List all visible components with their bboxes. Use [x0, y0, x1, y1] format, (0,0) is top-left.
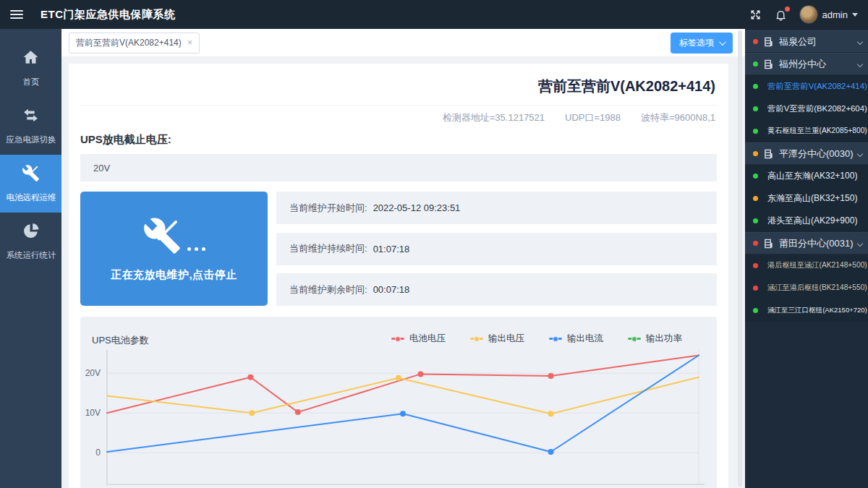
legend-marker	[549, 338, 562, 340]
legend-label: 电池电压	[409, 333, 446, 345]
caret-down-icon	[852, 13, 858, 17]
stop-maintenance-label: 正在充放电维护,点击停止	[111, 268, 237, 282]
tree-group[interactable]: 福州分中心	[745, 53, 868, 75]
ellipsis-dots	[187, 247, 205, 255]
notifications-icon[interactable]	[774, 7, 788, 22]
app-title: ETC门架应急供电保障系统	[41, 8, 176, 22]
tree-label: 莆田分中心(0031)	[779, 237, 854, 250]
tree-label: 营前V至营前(BK2082+604)	[767, 103, 867, 114]
chart-legend: 电池电压输出电压输出电流输出功率	[391, 333, 682, 345]
fullscreen-icon[interactable]	[749, 7, 763, 22]
close-icon[interactable]: ×	[187, 39, 193, 46]
device-meta: 检测器地址=35.1217521UDP口=1988波特率=9600N8,1	[80, 106, 717, 124]
swap-icon	[22, 106, 40, 134]
tree-group[interactable]: 福泉公司	[745, 30, 868, 53]
building-icon	[764, 239, 773, 249]
topbar-actions: admin	[749, 5, 858, 24]
status-dot	[753, 61, 758, 67]
app-window: ETC门架应急供电保障系统 admin	[0, 0, 868, 488]
tab-bar: 营前至营前V(AK2082+414) × 标签选项	[61, 29, 745, 56]
tree-group[interactable]: 平潭分中心(0030)	[745, 142, 868, 165]
topbar: ETC门架应急供电保障系统 admin	[0, 0, 868, 29]
tree-label: 涵江至港后枢纽(BK2148+550)	[767, 283, 867, 293]
chevron-down-icon	[857, 150, 863, 156]
menu-icon[interactable]	[10, 10, 23, 19]
status-dot	[753, 241, 758, 246]
time-label: 当前维护持续时间:	[289, 242, 367, 255]
status-dot	[753, 174, 758, 179]
tree-label: 平潭分中心(0030)	[779, 147, 854, 160]
chevron-down-icon	[857, 240, 863, 246]
tree-route[interactable]: 黄石枢纽至兰重(AK2085+800)	[745, 120, 868, 142]
status-dot	[753, 106, 758, 111]
status-dot	[753, 84, 758, 89]
status-dot	[753, 196, 758, 201]
tag-options-button[interactable]: 标签选项	[671, 33, 733, 53]
tree-route[interactable]: 东瀚至高山(BK32+150)	[745, 187, 868, 210]
tree-label: 营前至营前V(AK2082+414)	[767, 80, 867, 92]
tree-label: 福州分中心	[779, 58, 826, 71]
tree-group[interactable]: 莆田分中心(0031)	[745, 232, 868, 254]
sidebar-item-label: 电池远程运维	[6, 192, 56, 203]
tree-route[interactable]: 营前V至营前(BK2082+604)	[745, 98, 868, 120]
tree-route[interactable]: 营前至营前V(AK2082+414)	[745, 75, 868, 98]
time-value: 00:07:18	[373, 284, 410, 295]
user-menu[interactable]: admin	[799, 5, 858, 24]
stop-maintenance-button[interactable]: 正在充放电维护,点击停止	[80, 192, 268, 306]
sidebar-item-system-stats[interactable]: 系统运行统计	[0, 213, 61, 270]
cutoff-voltage-value: 20V	[80, 154, 717, 181]
svg-text:20V: 20V	[85, 368, 101, 378]
right-sidebar: 福泉公司福州分中心营前至营前V(AK2082+414)营前V至营前(BK2082…	[745, 29, 868, 488]
username: admin	[822, 9, 848, 20]
chart-title: UPS电池参数	[92, 334, 149, 347]
tab-current-gantry[interactable]: 营前至营前V(AK2082+414) ×	[69, 33, 200, 53]
tree-label: 高山至东瀚(AK32+100)	[767, 170, 857, 182]
tree-label: 港头至高山(AK29+900)	[767, 215, 857, 227]
status-dot	[753, 218, 758, 223]
time-value: 01:07:18	[373, 244, 410, 254]
legend-label: 输出电压	[488, 333, 524, 345]
tree-route[interactable]: 涵江至三江口枢纽(AK2150+720)	[745, 299, 868, 322]
tree-route[interactable]: 高山至东瀚(AK32+100)	[745, 165, 868, 187]
time-value: 2022-05-12 09:23:51	[373, 202, 461, 213]
status-dot	[753, 129, 758, 134]
legend-item[interactable]: 输出电压	[470, 333, 524, 345]
svg-text:0: 0	[95, 448, 101, 458]
maintenance-time-row: 当前维护开始时间:2022-05-12 09:23:51	[276, 192, 717, 224]
tree-label: 福泉公司	[779, 35, 817, 48]
wrench-icon	[142, 216, 182, 255]
avatar[interactable]	[799, 5, 818, 24]
sidebar-item-power-switch[interactable]: 应急电源切换	[0, 97, 61, 155]
left-sidebar: 首页应急电源切换电池远程运维系统运行统计	[0, 29, 61, 488]
status-dot	[753, 151, 758, 156]
tools-icon	[22, 164, 40, 192]
tab-label: 营前至营前V(AK2082+414)	[76, 37, 182, 49]
tag-options-label: 标签选项	[679, 37, 714, 49]
legend-item[interactable]: 输出功率	[628, 333, 682, 345]
legend-item[interactable]: 电池电压	[391, 333, 446, 345]
tree-route[interactable]: 涵江至港后枢纽(BK2148+550)	[745, 277, 868, 299]
maintenance-times: 当前维护开始时间:2022-05-12 09:23:51当前维护持续时间:01:…	[276, 192, 717, 306]
sidebar-item-home[interactable]: 首页	[0, 39, 61, 97]
legend-item[interactable]: 输出电流	[549, 333, 603, 345]
meta-item: UDP口=1988	[565, 111, 621, 124]
building-icon	[764, 149, 773, 159]
chevron-down-icon	[719, 38, 726, 46]
status-dot	[753, 308, 758, 313]
notification-badge	[785, 7, 790, 12]
tree-label: 涵江至三江口枢纽(AK2150+720)	[767, 306, 867, 315]
status-dot	[753, 263, 758, 268]
building-icon	[764, 37, 773, 47]
building-icon	[764, 59, 773, 69]
legend-label: 输出功率	[646, 333, 682, 345]
vertical-scrollbar[interactable]	[738, 30, 742, 487]
status-dot	[753, 286, 758, 291]
chevron-down-icon	[857, 38, 863, 44]
tree-label: 港后枢纽至涵江(AK2148+500)	[767, 260, 867, 270]
legend-marker	[391, 338, 404, 340]
tree-route[interactable]: 港后枢纽至涵江(AK2148+500)	[745, 254, 868, 277]
sidebar-item-label: 应急电源切换	[6, 134, 56, 145]
tree-label: 东瀚至高山(BK32+150)	[767, 192, 857, 205]
sidebar-item-battery-ops[interactable]: 电池远程运维	[0, 155, 61, 213]
tree-route[interactable]: 港头至高山(AK29+900)	[745, 210, 868, 232]
